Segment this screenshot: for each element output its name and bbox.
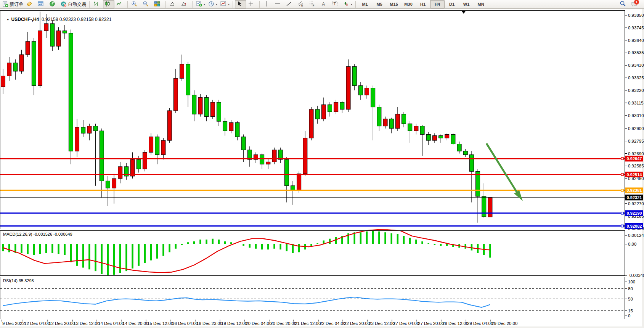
symbol-dropdown-icon[interactable]: ▼: [6, 18, 10, 21]
hline-handle[interactable]: [621, 212, 623, 214]
svg-text:-0.003459: -0.003459: [628, 273, 644, 278]
navigator-icon: [49, 1, 55, 8]
line-chart-button[interactable]: [114, 0, 126, 8]
svg-text:0.00: 0.00: [628, 242, 636, 246]
hline-handle[interactable]: [621, 158, 623, 160]
candlestick-chart-button[interactable]: [103, 0, 114, 8]
svg-text:0.92190: 0.92190: [627, 211, 642, 215]
tile-windows-button[interactable]: [153, 0, 164, 8]
notification-count-badge: 1: [634, 0, 639, 5]
toolbar-separator: [259, 1, 260, 8]
svg-text:27 Dec 04:00: 27 Dec 04:00: [393, 321, 419, 326]
cursor-tool-button[interactable]: [235, 0, 246, 8]
rsi-indicator-label: RSI(14) 35.3293: [3, 278, 34, 283]
new-order-label: 新订单: [10, 1, 23, 8]
candle[interactable]: [210, 100, 215, 119]
toolbar-separator: [89, 1, 90, 8]
horizontal-line-icon: [275, 1, 281, 8]
svg-text:14 Dec 20:00: 14 Dec 20:00: [122, 321, 148, 326]
svg-text:28 Dec 12:00: 28 Dec 12:00: [442, 321, 468, 326]
price-badge-0.92082: 0.92082: [625, 223, 643, 229]
channel-icon: E: [297, 1, 304, 8]
svg-text:F: F: [313, 4, 314, 7]
candle[interactable]: [50, 20, 55, 51]
auto-trading-button[interactable]: 自动交易: [59, 0, 88, 8]
timeframe-button-mn[interactable]: MN: [474, 0, 488, 8]
svg-text:0.92795: 0.92795: [628, 139, 644, 143]
zoom-out-button[interactable]: [141, 0, 153, 8]
candle[interactable]: [167, 108, 172, 143]
timeframe-button-m1[interactable]: M1: [358, 0, 372, 8]
chevron-down-icon: ▾: [351, 3, 352, 6]
bar-chart-button[interactable]: [92, 0, 103, 8]
main-toolbar: 新订单 自动交易 ▾ ▾ ▾ E F A T ▾ M1M5M15M30H1H4D…: [0, 0, 644, 9]
svg-text:16 Dec 04:00: 16 Dec 04:00: [172, 321, 198, 326]
new-order-button[interactable]: 新订单: [1, 0, 25, 8]
toolbar-separator: [192, 1, 193, 8]
candle[interactable]: [198, 94, 202, 116]
data-window-button[interactable]: [36, 0, 48, 8]
auto-scroll-button[interactable]: [168, 0, 179, 8]
arrows-icon: [343, 1, 349, 8]
fibonacci-tool-button[interactable]: F: [307, 0, 319, 8]
svg-text:22 Dec 04:00: 22 Dec 04:00: [320, 321, 345, 326]
navigator-button[interactable]: [48, 0, 59, 8]
candle[interactable]: [488, 197, 492, 217]
timeframe-button-h1[interactable]: H1: [416, 0, 430, 8]
equidistant-channel-tool-button[interactable]: E: [296, 0, 307, 8]
new-chart-button[interactable]: ▾: [194, 0, 207, 8]
candle[interactable]: [451, 133, 455, 145]
timeframe-button-d1[interactable]: D1: [445, 0, 459, 8]
templates-button[interactable]: ▾: [219, 0, 231, 8]
svg-text:20 Dec 04:00: 20 Dec 04:00: [246, 321, 271, 326]
mt4-window: { "toolbar": { "new_order_label": "新订单",…: [0, 0, 644, 328]
horizontal-line-tool-button[interactable]: [273, 0, 284, 8]
vertical-line-tool-button[interactable]: [262, 0, 273, 8]
price-badge-0.92514: 0.92514: [625, 172, 643, 177]
timeframe-button-m15[interactable]: M15: [387, 0, 401, 8]
text-icon: A: [320, 1, 326, 8]
svg-text:23 Dec 12:00: 23 Dec 12:00: [369, 321, 395, 326]
timeframe-button-m30[interactable]: M30: [401, 0, 416, 8]
timeframe-button-h4[interactable]: H4: [430, 0, 445, 8]
svg-text:27 Dec 20:00: 27 Dec 20:00: [418, 321, 444, 326]
price-badge-0.92321: 0.92321: [625, 195, 643, 200]
new-chart-icon: [196, 1, 202, 8]
candle[interactable]: [309, 107, 313, 141]
candle[interactable]: [56, 27, 61, 50]
price-badge-0.92647: 0.92647: [625, 156, 643, 161]
candlestick-chart-icon: [104, 1, 111, 8]
text-label-tool-button[interactable]: T: [330, 0, 342, 8]
notifications-button[interactable]: 1: [630, 0, 641, 8]
text-tool-button[interactable]: A: [319, 0, 330, 8]
hline-handle[interactable]: [621, 225, 623, 227]
svg-text:E: E: [301, 4, 303, 7]
market-watch-button[interactable]: [25, 0, 36, 8]
chart-shift-button[interactable]: [179, 0, 191, 8]
auto-trading-label: 自动交易: [68, 1, 86, 8]
candle[interactable]: [143, 150, 147, 171]
zoom-in-button[interactable]: [130, 0, 141, 8]
candle[interactable]: [272, 148, 276, 164]
arrows-tool-button[interactable]: ▾: [342, 0, 354, 8]
crosshair-tool-button[interactable]: [246, 0, 258, 8]
chart-canvas[interactable]: 0.938500.937450.936400.935350.934300.933…: [0, 0, 644, 328]
price-badge-0.92381: 0.92381: [625, 188, 643, 193]
search-button[interactable]: [618, 0, 630, 8]
macd-indicator-label: MACD(12,26,9) -0.001526 -0.000649: [3, 232, 72, 236]
chat-bubble-icon: 1: [631, 1, 638, 8]
svg-text:9 Dec 2022: 9 Dec 2022: [2, 321, 25, 326]
hline-handle[interactable]: [621, 174, 623, 176]
candle[interactable]: [346, 59, 350, 112]
chevron-down-icon: ▾: [204, 3, 205, 6]
timeframe-group: M1M5M15M30H1H4D1W1MN: [358, 0, 488, 8]
chart-title: ▼USDCHF-,H4 0.92158 0.92323 0.92158 0.92…: [4, 11, 111, 22]
text-label-icon: T: [332, 1, 338, 8]
trendline-tool-button[interactable]: [284, 0, 296, 8]
timeframe-button-m5[interactable]: M5: [372, 0, 387, 8]
svg-text:14 Dec 04:00: 14 Dec 04:00: [98, 321, 124, 326]
timeframe-button-w1[interactable]: W1: [459, 0, 474, 8]
candle[interactable]: [69, 30, 73, 164]
hline-handle[interactable]: [621, 189, 623, 191]
periods-button[interactable]: ▾: [207, 0, 219, 8]
